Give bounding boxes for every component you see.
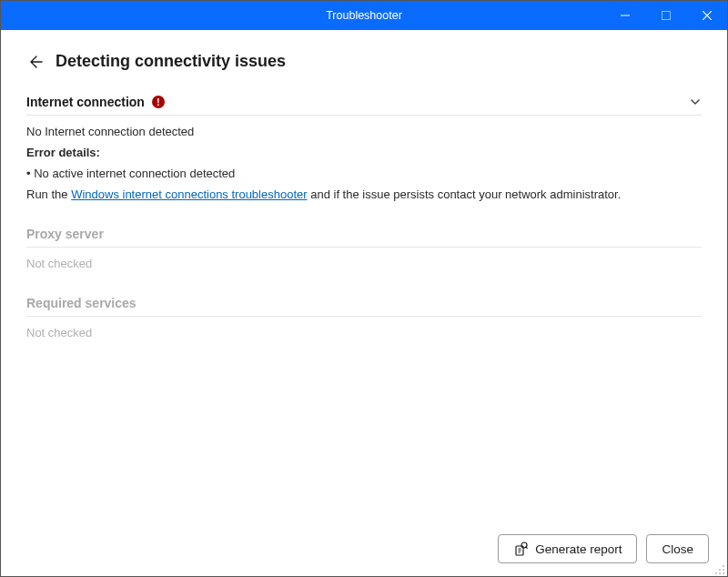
resize-grip-icon[interactable] [714,564,725,575]
window-controls [604,1,727,30]
help-suffix: and if the issue persists contact your n… [308,187,622,201]
chevron-down-icon [689,96,702,108]
section-title-internet: Internet connection [26,95,145,109]
svg-point-8 [723,572,724,574]
maximize-button[interactable] [645,1,686,30]
section-title-proxy: Proxy server [26,227,104,241]
page-header: Detecting connectivity issues [26,52,702,71]
content-area: Detecting connectivity issues Internet c… [1,30,727,521]
back-button[interactable] [26,54,43,70]
section-body-internet: No Internet connection detected Error de… [26,116,702,201]
collapse-toggle[interactable] [689,96,702,108]
window-title: Troubleshooter [326,9,402,22]
section-title-services: Required services [26,296,136,310]
error-header: Error details: [26,146,702,159]
close-window-button[interactable] [686,1,727,30]
report-icon [513,542,528,556]
close-icon [703,11,712,20]
svg-point-3 [723,565,724,567]
section-proxy-server: Proxy server Not checked [26,227,702,278]
section-body-proxy: Not checked [26,248,702,270]
generate-report-label: Generate report [535,542,622,556]
titlebar: Troubleshooter [1,1,727,30]
status-text-services: Not checked [26,326,702,339]
close-label: Close [662,542,693,556]
footer: Generate report Close [1,521,727,576]
minimize-button[interactable] [604,1,645,30]
error-item: No active internet connection detected [26,167,702,180]
svg-point-5 [723,569,724,571]
troubleshooter-link[interactable]: Windows internet connections troubleshoo… [71,187,307,201]
back-arrow-icon [26,54,43,70]
help-text: Run the Windows internet connections tro… [26,187,702,201]
section-internet-connection: Internet connection ! No Internet connec… [26,95,702,208]
error-badge-icon: ! [152,96,165,108]
svg-rect-0 [662,12,670,20]
status-text: No Internet connection detected [26,125,702,138]
status-text-proxy: Not checked [26,257,702,270]
section-header-services: Required services [26,296,702,317]
svg-point-7 [719,572,721,574]
generate-report-button[interactable]: Generate report [498,534,637,563]
section-header-proxy: Proxy server [26,227,702,248]
close-button[interactable]: Close [646,534,709,563]
svg-point-4 [719,569,721,571]
page-title: Detecting connectivity issues [56,52,286,71]
svg-point-6 [715,572,717,574]
minimize-icon [621,11,630,20]
section-header-internet[interactable]: Internet connection ! [26,95,702,116]
help-prefix: Run the [26,187,71,201]
section-body-services: Not checked [26,317,702,339]
maximize-icon [662,11,671,20]
section-required-services: Required services Not checked [26,296,702,347]
